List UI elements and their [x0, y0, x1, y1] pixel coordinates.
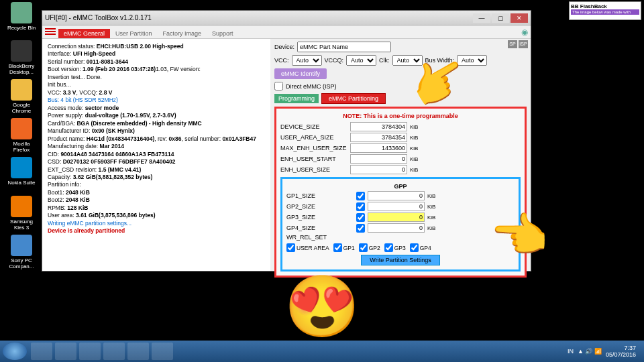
partitioning-button[interactable]: eMMC Partitioning	[321, 93, 386, 104]
gpp-box: GPP GP1_SIZEKiBGP2_SIZEKiBGP3_SIZEKiBGP4…	[280, 177, 521, 272]
tray-icons[interactable]: ▲ 🔊 📶	[578, 348, 602, 355]
task-firefox[interactable]	[127, 343, 149, 360]
icon-sp[interactable]: SP	[508, 40, 517, 48]
task-ie[interactable]	[31, 343, 52, 360]
maximize-button[interactable]: ▢	[492, 13, 509, 23]
max_enh_user_size-input[interactable]	[350, 143, 407, 153]
gp2_size-input[interactable]	[368, 202, 425, 211]
log-panel: Connection status: EHCI:HUB:USB 2.00 Hig…	[42, 39, 270, 271]
task-app[interactable]	[152, 343, 173, 360]
task-media[interactable]	[79, 343, 101, 360]
device_size-input[interactable]	[350, 122, 407, 131]
note-text: NOTE: This is a one-time programmable	[280, 113, 521, 119]
user_area_size-input[interactable]	[350, 133, 407, 142]
system-tray[interactable]: IN ▲ 🔊 📶 7:37 05/07/2016	[568, 345, 641, 358]
tab-support[interactable]: Support	[207, 29, 239, 38]
field-enh_user_size: ENH_USER_SIZEKiB	[280, 165, 521, 174]
enh_user_size-input[interactable]	[350, 165, 407, 174]
heart-eyes-emoji: 😍	[284, 272, 360, 342]
field-gp2_size: GP2_SIZEKiB	[286, 202, 515, 211]
tab-emmc-general[interactable]: eMMC General	[58, 29, 110, 38]
task-chrome[interactable]	[103, 343, 125, 360]
wr-user-area[interactable]: USER AREA	[286, 243, 329, 252]
icon-isp[interactable]: ISP	[519, 40, 528, 48]
menu-icon[interactable]	[45, 28, 56, 36]
field-device_size: DEVICE_SIZEKiB	[280, 122, 521, 131]
tab-user-partition[interactable]: User Partition	[110, 29, 158, 38]
flashback-badge: BB FlashBack The image below was made wi…	[569, 1, 641, 20]
field-user_area_size: USER_AREA_SIZEKiB	[280, 133, 521, 142]
wr-gp3[interactable]: GP3	[384, 243, 406, 252]
direct-checkbox[interactable]	[274, 82, 283, 90]
device-input[interactable]	[297, 42, 391, 52]
device-label: Device:	[274, 44, 294, 50]
wr-gp1[interactable]: GP1	[333, 243, 355, 252]
close-button[interactable]: ✕	[511, 13, 528, 23]
wr-label: WR_REL_SET	[286, 234, 354, 241]
field-gp3_size: GP3_SIZEKiB	[286, 213, 515, 222]
field-enh_user_start: ENH_USER_STARTKiB	[280, 154, 521, 164]
vcc-select[interactable]: Auto	[292, 55, 322, 66]
taskbar[interactable]: IN ▲ 🔊 📶 7:37 05/07/2016	[0, 341, 644, 362]
desktop-icon[interactable]: Sony PC Compan...	[5, 235, 38, 269]
toolbar: eMMC GeneralUser PartitionFactory ImageS…	[42, 25, 531, 39]
direct-label: Direct eMMC (ISP)	[286, 83, 337, 90]
partition-box: NOTE: This is a one-time programmable DE…	[274, 107, 527, 278]
desktop-icon[interactable]: Recycle Bin	[5, 2, 38, 31]
field-gp1_size: GP1_SIZEKiB	[286, 191, 515, 200]
help-icon[interactable]: ◉	[521, 27, 528, 37]
desktop-icon[interactable]: BlackBerry Desktop...	[5, 40, 38, 75]
gp3_size-input[interactable]	[368, 213, 425, 222]
field-max_enh_user_size: MAX_ENH_USER_SIZEKiB	[280, 143, 521, 153]
desktop-icon[interactable]: Mozilla Firefox	[5, 118, 38, 153]
gpp-title: GPP	[286, 183, 515, 190]
programming-label: Programming	[274, 94, 319, 103]
field-gp4_size: GP4_SIZEKiB	[286, 223, 515, 233]
pointing-hand-emoji: 👈	[490, 208, 548, 263]
wr-gp2[interactable]: GP2	[359, 243, 380, 252]
write-partition-button[interactable]: Write Partition Settings	[361, 255, 439, 265]
gp1_size-input[interactable]	[368, 191, 425, 200]
app-window: UFI[#0] - eMMC ToolBox v1.2.0.171 — ▢ ✕ …	[42, 10, 531, 272]
enh_user_start-input[interactable]	[350, 154, 407, 164]
wr-gp4[interactable]: GP4	[410, 243, 431, 252]
vccq-select[interactable]: Auto	[346, 55, 376, 66]
gp4_size-input[interactable]	[368, 223, 425, 233]
desktop-icon[interactable]: Samsung Kies 3	[5, 196, 38, 231]
tab-factory-image[interactable]: Factory Image	[158, 29, 207, 38]
window-title: UFI[#0] - eMMC ToolBox v1.2.0.171	[45, 14, 152, 21]
desktop-icon[interactable]: Google Chrome	[5, 79, 38, 114]
identify-button[interactable]: eMMC Identify	[274, 68, 327, 79]
desktop-icon[interactable]: Nokia Suite	[5, 157, 38, 186]
task-explorer[interactable]	[55, 343, 76, 360]
start-button[interactable]	[3, 343, 27, 360]
minimize-button[interactable]: —	[473, 13, 490, 23]
titlebar[interactable]: UFI[#0] - eMMC ToolBox v1.2.0.171 — ▢ ✕	[42, 11, 531, 25]
